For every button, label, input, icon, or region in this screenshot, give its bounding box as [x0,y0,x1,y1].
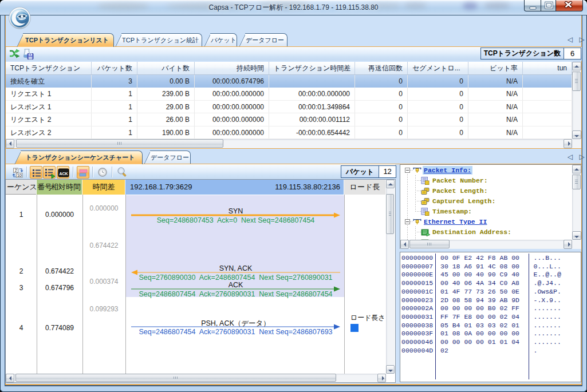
bars-icon[interactable] [77,166,89,179]
table-row[interactable]: レスポンス 21190.00 B00:00:00.000000-00:00:00… [6,126,572,139]
svg-text:10: 10 [17,172,22,177]
table-cell: 0 [408,113,468,126]
column-header[interactable]: トランザクション時間差 [269,62,355,74]
tree-connector [415,232,421,232]
tree-expander[interactable] [405,219,410,224]
chart-vscroll-down-button[interactable] [386,365,395,374]
top-tab-1[interactable]: TCPトランザクション統計 [115,33,202,47]
hex-offset: 0000003F [401,330,433,338]
hex-bytes: 00 00 00 00 01 01 04 [440,338,519,347]
hex-ascii: . [534,347,538,355]
hex-bytes: FF 7F E8 00 00 02 04 [440,313,519,322]
table-row[interactable]: 接続を確立30.00 B00:00:00.67479600N/A [6,75,572,88]
table-cell: 0 [408,101,468,113]
transaction-counter-label: TCPトランザクション数 [481,48,564,59]
column-header[interactable]: セグメントロ... [408,62,468,74]
table-cell: 0 [355,126,408,139]
chart-hscroll[interactable] [6,374,386,382]
table-cell: 0 [355,101,408,113]
table-cell: 00:00:00.000000 [195,88,269,100]
top-tab-2[interactable]: パケット [204,33,237,47]
full-analysis-icon[interactable] [9,49,20,62]
list-icon[interactable] [30,166,42,179]
bottom-tab-strip: トランザクションシーケンスチャートデータフロー◁ ▷ [6,150,581,164]
pane-border-bottom [5,384,582,385]
window-controls [524,0,583,11]
tree-hscroll-right-button[interactable] [564,240,572,249]
table-hscroll-thumb[interactable] [16,139,223,148]
table-cell: リクエスト 1 [6,88,92,100]
list-play-icon[interactable] [43,166,56,179]
top-tab-0[interactable]: TCPトランザクションリスト [17,33,114,47]
column-header[interactable]: tun [523,62,572,74]
tree-item[interactable]: Packet Length: [432,186,488,196]
zoom-icon[interactable] [116,166,128,179]
relative-time: 0.674422 [37,267,82,275]
tab-label: TCPトランザクション統計 [122,33,199,47]
tree-item[interactable]: Timestamp: [432,207,472,217]
export-save-icon[interactable] [22,49,34,62]
tree-vscroll-thumb[interactable] [572,175,581,189]
chart-column-line [344,195,345,374]
clock-icon[interactable] [96,166,109,179]
tree-item[interactable]: Captured Length: [432,196,495,207]
table-row[interactable]: リクエスト 2126.00 B00:00:00.00000000:00:00.0… [6,113,572,126]
minimize-button[interactable] [524,0,541,11]
tree-hscroll-thumb[interactable] [409,240,450,248]
top-tab-scroll-arrows[interactable]: ◁ ▷ [568,35,587,43]
table-vscroll-thumb[interactable] [572,72,581,91]
table-vscroll-down-button[interactable] [572,130,581,139]
chart-hscroll-thumb[interactable] [15,374,336,382]
maximize-button[interactable] [541,0,556,11]
table-hscroll-left-button[interactable] [6,139,14,148]
table-hscroll[interactable] [6,139,572,148]
capsa-logo[interactable] [9,7,31,29]
sequence-number-icon[interactable]: 2 10 [11,166,24,179]
chart-vscroll[interactable] [386,180,395,374]
chart-hscroll-right-button[interactable] [377,374,386,382]
table-vscroll-up-button[interactable] [572,62,581,70]
tree-vscroll[interactable] [572,165,581,240]
chart-col-load: ロード長 [344,180,386,195]
table-cell: 26.00 B [137,113,195,126]
tree-item[interactable]: Packet Info: [423,165,472,176]
title-bar[interactable]: Capsa - TCPフロー解析 - 192.168.1.79 - 119.11… [0,0,587,15]
chart-hscroll-left-button[interactable] [6,374,14,382]
table-row[interactable]: レスポンス 1129.00 B00:00:00.00000000:00:01.3… [6,101,572,113]
top-tab-3[interactable]: データフロー [239,33,287,47]
table-cell: 0 [355,113,408,126]
bottom-tab-scroll-arrows[interactable]: ◁ ▷ [568,153,587,161]
column-header[interactable]: 持続時間 [195,62,269,74]
tree-expander[interactable] [405,168,410,173]
close-button[interactable] [556,0,583,11]
table-cell: 1 [92,101,137,113]
column-header[interactable]: ビット率 [468,62,523,74]
tree-item[interactable]: Destination Address: [432,227,511,237]
table-hscroll-right-button[interactable] [564,139,572,148]
ack-icon[interactable]: ACK [57,166,69,179]
table-cell: 0 [408,88,468,100]
column-header[interactable]: パケット数 [92,62,137,74]
tree-item[interactable]: Ethernet Type II [423,217,488,227]
bottom-tab-0[interactable]: トランザクションシーケンスチャート [14,151,143,164]
table-cell: N/A [468,126,523,139]
tree-item[interactable]: Packet Number: [432,176,488,186]
arrow-left-icon [7,140,13,147]
column-header[interactable]: バイト数 [137,62,195,74]
column-header[interactable]: TCPトランザクション [6,62,92,74]
bottom-tab-1[interactable]: データフロー [144,151,191,164]
table-vscroll[interactable] [572,62,581,139]
load-legend-swatch [350,324,358,332]
table-row[interactable]: リクエスト 11239.00 B00:00:00.00000000:00:00.… [6,88,572,100]
chart-vscroll-thumb[interactable] [386,194,394,234]
tree-hscroll[interactable] [400,240,572,249]
seq-number: 3 [6,284,37,292]
chart-vscroll-up-button[interactable] [386,180,395,188]
hex-separator [529,254,529,379]
tree-vscroll-up-button[interactable] [572,165,581,173]
relative-time: 0.774089 [37,324,82,332]
hex-ascii: .@.J4.. [534,279,561,288]
tree-hscroll-left-button[interactable] [400,240,409,249]
tree-vscroll-down-button[interactable] [572,231,581,240]
column-header[interactable]: 再送信回数 [355,62,408,74]
